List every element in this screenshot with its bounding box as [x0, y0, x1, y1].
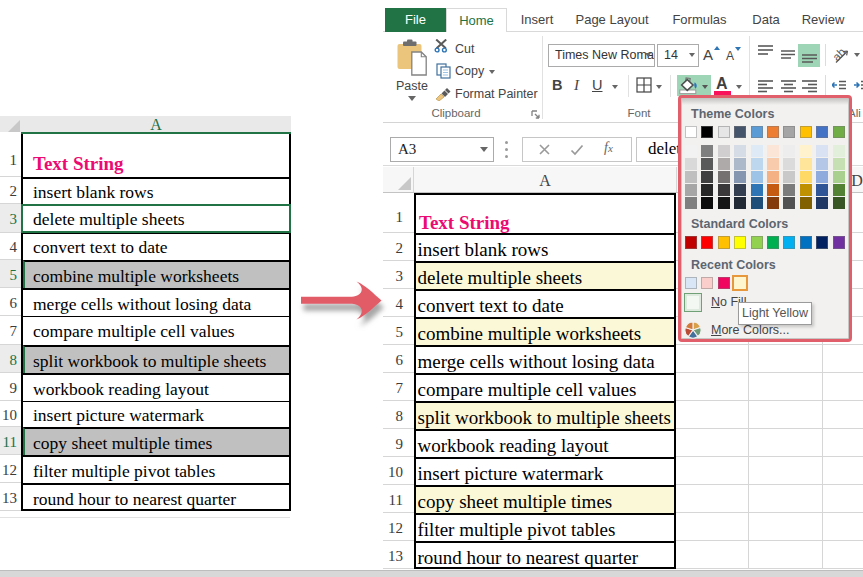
- svg-text:ab: ab: [831, 46, 848, 64]
